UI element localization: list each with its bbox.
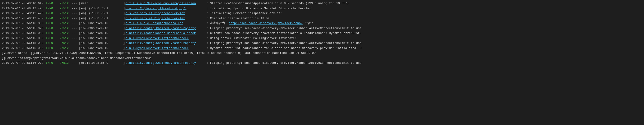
log-timestamp: 2019-07-07 20:48:10.649 bbox=[2, 1, 46, 6]
log-logger[interactable]: o.s.web.servlet.DispatcherServlet bbox=[126, 16, 206, 21]
log-logger[interactable]: o.s.web.servlet.DispatcherServlet bbox=[126, 11, 206, 16]
log-message: : Completed initialization in 13 ms bbox=[206, 16, 642, 21]
log-line: 2019-07-07 20:48:12.425 INFO 27512 --- [… bbox=[0, 6, 644, 11]
log-separator: --- [ bbox=[72, 6, 81, 11]
log-message: : 请求路径为: http://sca-nacos-discovery-prov… bbox=[206, 21, 642, 26]
log-line: 2019-07-07 20:56:15.093 INFO 27512 --- [… bbox=[0, 41, 644, 46]
log-level: INFO bbox=[46, 31, 60, 36]
log-separator: --- [ bbox=[72, 46, 81, 50]
log-message: : DynamicServerListLoadBalancer for clie… bbox=[206, 46, 642, 50]
log-timestamp: 2019-07-07 20:56:15.093 bbox=[2, 41, 46, 46]
log-logger[interactable]: c.netflix.config.ChainedDynamicProperty bbox=[126, 41, 206, 46]
log-line: 2019-07-07 20:56:15.026 INFO 27512 --- [… bbox=[0, 26, 644, 31]
log-level: INFO bbox=[46, 36, 60, 41]
log-pid: 27512 bbox=[60, 26, 71, 31]
log-thread: io-9032-exec-10 bbox=[81, 26, 123, 31]
log-line: 2019-07-07 20:56:13.893 INFO 27512 --- [… bbox=[0, 21, 644, 26]
log-separator: --- [ bbox=[72, 16, 81, 21]
log-message: : Flipping property: sca-nacos-discovery… bbox=[206, 26, 642, 31]
log-separator2: ] bbox=[123, 26, 125, 31]
log-thread: on(3)-10.0.75.1 bbox=[81, 16, 123, 21]
log-line: 2019-07-07 20:56:15.058 INFO 27512 --- [… bbox=[0, 31, 644, 36]
log-separator2: ] bbox=[123, 36, 125, 41]
log-line: 2019-07-07 20:48:12.426 INFO 27512 --- [… bbox=[0, 11, 644, 16]
log-message: : Flipping property: sca-nacos-discovery… bbox=[206, 41, 642, 46]
log-timestamp: 2019-07-07 20:56:15.026 bbox=[2, 26, 46, 31]
log-timestamp: 2019-07-07 20:56:16.072 bbox=[2, 61, 46, 66]
log-level: INFO bbox=[46, 21, 60, 26]
log-level: INFO bbox=[46, 46, 60, 50]
log-separator: --- [ bbox=[72, 1, 81, 6]
log-separator2: ] bbox=[123, 31, 125, 36]
log-separator: --- [ bbox=[72, 21, 81, 26]
log-timestamp: 2019-07-07 20:48:12.426 bbox=[2, 11, 46, 16]
log-pid: 27512 bbox=[60, 41, 71, 46]
log-logger[interactable]: c.n.l.DynamicServerListLoadBalancer bbox=[126, 36, 206, 41]
log-separator2: ] bbox=[123, 61, 125, 66]
log-thread: on(3)-10.0.75.1 bbox=[81, 11, 123, 16]
log-message: : Initializing Servlet 'dispatcherServle… bbox=[206, 11, 642, 16]
log-separator: --- [ bbox=[72, 61, 81, 66]
log-line: 2019-07-07 20:48:10.649 INFO 27512 --- [… bbox=[0, 1, 644, 6]
log-message: : Initializing Spring DispatcherServlet … bbox=[206, 6, 642, 11]
log-line: 2019-07-07 20:56:15.069 INFO 27512 --- [… bbox=[0, 36, 644, 41]
log-thread: on(3)-10.0.75.1 bbox=[81, 6, 123, 11]
log-message: : Flipping property: sca-nacos-discovery… bbox=[206, 61, 642, 66]
log-pid: 27512 bbox=[60, 6, 71, 11]
log-continuation: },Server stats: [[Server:192.168.1.7:903… bbox=[0, 50, 644, 56]
log-pid: 27512 bbox=[60, 1, 71, 6]
log-level: INFO bbox=[46, 16, 60, 21]
log-logger[interactable]: c.n.l.DynamicServerListLoadBalancer bbox=[126, 46, 206, 50]
log-thread: main bbox=[81, 1, 123, 6]
log-thread: io-9032-exec-10 bbox=[81, 46, 123, 50]
log-message-link[interactable]: http://sca-nacos-discovery-provider/echo… bbox=[228, 22, 302, 25]
log-pid: 27512 bbox=[60, 61, 71, 66]
log-logger[interactable]: o.a.c.c.C.[Tomcat].[localhost].[/] bbox=[126, 6, 206, 11]
log-timestamp: 2019-07-07 20:56:15.096 bbox=[2, 46, 46, 50]
log-thread: erListUpdater-0 bbox=[81, 61, 123, 66]
log-pid: 27512 bbox=[60, 11, 71, 16]
log-separator2: ] bbox=[123, 6, 125, 11]
log-message: : Client: sca-nacos-discovery-provider i… bbox=[206, 31, 642, 36]
log-separator: --- [ bbox=[72, 41, 81, 46]
log-separator2: ] bbox=[123, 21, 125, 26]
log-message: : Started ScaNacosConsumerApplication in… bbox=[206, 1, 642, 6]
log-pid: 27512 bbox=[60, 16, 71, 21]
log-separator: --- [ bbox=[72, 11, 81, 16]
log-pid: 27512 bbox=[60, 46, 71, 50]
log-continuation: }}ServerList:org.springframework.cloud.a… bbox=[0, 56, 644, 61]
log-separator: --- [ bbox=[72, 36, 81, 41]
log-timestamp: 2019-07-07 20:48:12.439 bbox=[2, 16, 46, 21]
log-thread: io-9032-exec-10 bbox=[81, 41, 123, 46]
log-level: INFO bbox=[46, 61, 60, 66]
log-line: 2019-07-07 20:48:12.439 INFO 27512 --- [… bbox=[0, 16, 644, 21]
log-pid: 27512 bbox=[60, 36, 71, 41]
log-level: INFO bbox=[46, 11, 60, 16]
log-separator2: ] bbox=[123, 41, 125, 46]
log-logger[interactable]: c.f.l.s.n.c.ScaNacosConsumerApplication bbox=[126, 1, 206, 6]
log-thread: io-9032-exec-10 bbox=[81, 21, 123, 26]
log-separator: --- [ bbox=[72, 31, 81, 36]
log-logger[interactable]: c.netflix.config.ChainedDynamicProperty bbox=[126, 26, 206, 31]
log-logger[interactable]: c.netflix.loadbalancer.BaseLoadBalancer bbox=[126, 31, 206, 36]
log-level: INFO bbox=[46, 6, 60, 11]
log-separator2: ] bbox=[123, 46, 125, 50]
log-timestamp: 2019-07-07 20:48:12.425 bbox=[2, 6, 46, 11]
log-logger[interactable]: c.f.l.s.n.c.c.ConsumerController bbox=[126, 21, 206, 26]
log-level: INFO bbox=[46, 26, 60, 31]
log-level: INFO bbox=[46, 41, 60, 46]
log-logger[interactable]: c.netflix.config.ChainedDynamicProperty bbox=[126, 61, 206, 66]
log-timestamp: 2019-07-07 20:56:15.069 bbox=[2, 36, 46, 41]
log-separator2: ] bbox=[123, 16, 125, 21]
log-level: INFO bbox=[46, 1, 60, 6]
log-separator2: ] bbox=[123, 11, 125, 16]
log-line: 2019-07-07 20:56:15.096 INFO 27512 --- [… bbox=[0, 46, 644, 51]
log-thread: io-9032-exec-10 bbox=[81, 31, 123, 36]
log-separator: --- [ bbox=[72, 26, 81, 31]
log-thread: io-9032-exec-10 bbox=[81, 36, 123, 41]
log-timestamp: 2019-07-07 20:56:15.058 bbox=[2, 31, 46, 36]
log-line: 2019-07-07 20:56:16.072 INFO 27512 --- [… bbox=[0, 60, 644, 66]
log-pid: 27512 bbox=[60, 21, 71, 26]
log-timestamp: 2019-07-07 20:56:13.893 bbox=[2, 21, 46, 26]
log-container: 2019-07-07 20:48:10.649 INFO 27512 --- [… bbox=[0, 0, 644, 66]
